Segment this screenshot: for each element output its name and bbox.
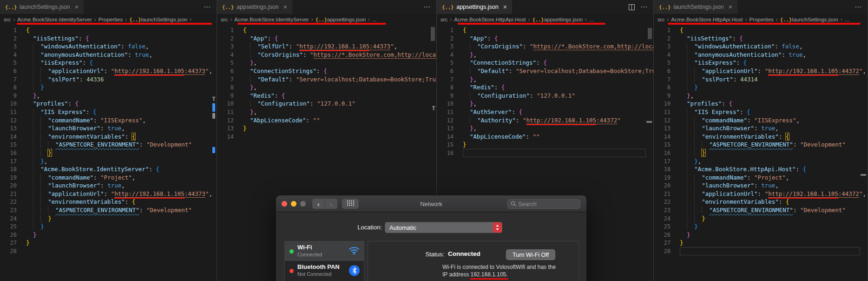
tab-close-icon[interactable]: ×	[729, 3, 732, 11]
code-content: "IIS Express": {	[26, 108, 97, 115]
indent-guide	[680, 35, 687, 42]
more-actions-icon[interactable]: ⋯	[423, 3, 431, 11]
breadcrumb-item[interactable]: appsettings.json	[544, 17, 583, 22]
breadcrumb-item[interactable]: Properties	[99, 17, 123, 22]
indent-guide	[26, 149, 33, 156]
zoom-button[interactable]	[300, 201, 306, 207]
code-token: }	[250, 59, 254, 66]
more-actions-icon[interactable]: ⋯	[640, 3, 648, 11]
breadcrumb-separator-icon: ›	[745, 16, 747, 23]
indent-guide	[680, 84, 687, 91]
breadcrumb-item[interactable]: ...	[372, 17, 377, 22]
line-number: 6	[217, 67, 234, 76]
code-line: 4 },	[437, 51, 653, 59]
line-number: 11	[654, 108, 671, 117]
code-token: :	[100, 125, 107, 132]
tab-launchSettings.json[interactable]: {..}launchSettings.json×	[654, 0, 737, 14]
tab-close-icon[interactable]: ×	[283, 3, 287, 11]
show-all-button[interactable]	[342, 199, 359, 209]
breadcrumb-item[interactable]: Acme.BookStore.HttpApi.Host	[671, 17, 743, 22]
code-token: :	[736, 59, 743, 66]
code-line: 4 "anonymousAuthentication": true,	[654, 51, 868, 59]
breadcrumb-item[interactable]: Acme.BookStore.IdentityServer	[17, 17, 92, 22]
line-number: 3	[0, 43, 17, 51]
code-token: "sslPort"	[702, 76, 733, 83]
breadcrumb-item[interactable]: launchSettings.json	[141, 17, 188, 22]
overview-ruler[interactable]	[646, 25, 653, 281]
close-button[interactable]	[282, 201, 287, 207]
turn-wifi-off-button[interactable]: Turn Wi-Fi Off	[506, 249, 555, 260]
tab-close-icon[interactable]: ×	[75, 3, 79, 11]
code-token: "Development"	[800, 207, 846, 214]
line-number: 16	[654, 149, 671, 158]
code-token: ,	[698, 158, 702, 165]
overview-ruler[interactable]: T	[210, 25, 217, 281]
code-token: "IIS Express"	[694, 108, 740, 115]
code-line: 13 "launchBrowser": true,	[0, 124, 217, 133]
line-number: 14	[0, 133, 17, 141]
breadcrumb-item[interactable]: src	[221, 17, 228, 22]
tab-close-icon[interactable]: ×	[503, 3, 507, 11]
indent-guide	[463, 100, 470, 107]
back-button[interactable]: ‹	[312, 199, 325, 209]
editor-actions: ⋯	[629, 0, 653, 14]
breadcrumb-item[interactable]: appsettings.json	[327, 17, 366, 22]
json-file-icon: {..}	[222, 4, 234, 10]
code-editor[interactable]: 1{2 "iisSettings": {3 "windowsAuthentica…	[0, 25, 217, 281]
indent-guide	[463, 76, 470, 83]
breadcrumb-item[interactable]: Properties	[749, 17, 773, 22]
indent-guide	[687, 59, 694, 66]
code-token: :44373	[369, 43, 390, 50]
code-line: 23 "ASPNETCORE_ENVIRONMENT": "Developmen…	[654, 206, 868, 214]
code-token: "iisExpress"	[694, 59, 736, 66]
code-content: }	[243, 125, 247, 132]
breadcrumb-item[interactable]: src	[658, 17, 664, 22]
code-line: 3 "windowsAuthentication": false,	[0, 42, 217, 51]
more-actions-icon[interactable]: ⋯	[204, 3, 211, 11]
code-token: "launchBrowser"	[702, 182, 754, 189]
code-token: "anonymousAuthentication"	[694, 51, 782, 58]
indent-guide	[687, 190, 694, 197]
indent-guide	[694, 182, 702, 189]
code-token: :	[516, 117, 523, 124]
code-token: "commandName"	[48, 117, 93, 124]
split-editor-icon[interactable]	[629, 4, 635, 10]
breadcrumb-item[interactable]: ...	[589, 17, 594, 22]
code-line: 13 "launchBrowser": true,	[654, 124, 868, 133]
overview-ruler[interactable]	[861, 25, 868, 281]
tab-appsettings.json[interactable]: {..}appsettings.json×	[437, 0, 512, 14]
tab-launchSettings.json[interactable]: {..}launchSettings.json×	[0, 0, 84, 14]
code-token: }	[243, 125, 247, 132]
breadcrumb-item[interactable]: Acme.BookStore.IdentityServer	[234, 17, 309, 22]
tab-appsettings.json[interactable]: {..}appsettings.json×	[217, 0, 292, 14]
code-token: :	[125, 198, 132, 205]
code-token: :	[526, 133, 533, 140]
network-titlebar[interactable]: ‹ › Network Search	[276, 195, 586, 212]
code-line: 27}	[0, 239, 217, 247]
service-row-bluetooth-pan[interactable]: Bluetooth PANNot Connected	[285, 261, 364, 281]
indent-guide	[33, 125, 40, 132]
breadcrumb-item[interactable]: ...	[845, 17, 849, 22]
breadcrumb-item[interactable]: launchSettings.json	[792, 17, 838, 22]
breadcrumb-item[interactable]: src	[441, 17, 447, 22]
code-line: 14	[217, 133, 436, 141]
line-number: 9	[217, 92, 234, 100]
json-file-icon: {..}	[532, 17, 544, 22]
breadcrumb-item[interactable]: Acme.BookStore.HttpApi.Host	[454, 17, 526, 22]
search-input[interactable]: Search	[507, 199, 580, 209]
forward-button[interactable]: ›	[325, 199, 338, 209]
code-token: "Project"	[100, 174, 132, 181]
line-number: 5	[654, 59, 671, 67]
code-content: {	[463, 27, 467, 33]
code-editor[interactable]: 1{2 "iisSettings": {3 "windowsAuthentica…	[654, 25, 868, 281]
service-row-wi-fi[interactable]: Wi-FiConnected	[285, 241, 364, 261]
line-number: 12	[437, 117, 454, 125]
location-select[interactable]: Automatic	[385, 222, 502, 233]
code-token: "Authority"	[477, 117, 516, 124]
code-token: ,	[786, 174, 789, 181]
line-number: 5	[217, 59, 234, 67]
breadcrumb-item[interactable]: src	[4, 17, 11, 22]
minimize-button[interactable]	[291, 201, 296, 207]
code-token: }	[687, 231, 690, 238]
more-actions-icon[interactable]: ⋯	[855, 3, 862, 11]
